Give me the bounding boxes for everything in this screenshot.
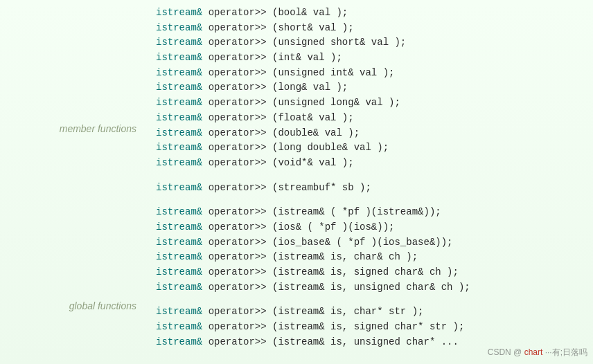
code-line-10: istream& operator>> (long double& val ); bbox=[156, 140, 586, 156]
code-line-8: istream& operator>> (float& val ); bbox=[156, 111, 586, 126]
code-line-13: istream& operator>> (istream& ( *pf )(is… bbox=[156, 205, 586, 220]
code-line-2: istream& operator>> (short& val ); bbox=[156, 21, 586, 36]
code-line-6: istream& operator>> (long& val ); bbox=[156, 80, 586, 95]
code-line-12: istream& operator>> (streambuf* sb ); bbox=[156, 181, 586, 196]
code-line-16: istream& operator>> (istream& is, char& … bbox=[156, 250, 586, 265]
global-functions-label: global functions bbox=[0, 300, 149, 311]
code-line-5: istream& operator>> (unsigned int& val )… bbox=[156, 66, 586, 81]
code-line-21: istream& operator>> (istream& is, unsign… bbox=[156, 335, 586, 350]
member-functions-label: member functions bbox=[0, 123, 149, 134]
code-line-3: istream& operator>> (unsigned short& val… bbox=[156, 35, 586, 51]
code-line-15: istream& operator>> (ios_base& ( *pf )(i… bbox=[156, 235, 586, 251]
code-line-18: istream& operator>> (istream& is, unsign… bbox=[156, 280, 586, 295]
code-line-1: istream& operator>> (bool& val ); bbox=[156, 6, 586, 21]
code-line-11: istream& operator>> (void*& val ); bbox=[156, 156, 586, 171]
code-area: istream& operator>> (bool& val ); istrea… bbox=[149, 0, 593, 355]
spacer-2 bbox=[156, 195, 586, 205]
code-line-9: istream& operator>> (double& val ); bbox=[156, 126, 586, 141]
code-line-20: istream& operator>> (istream& is, signed… bbox=[156, 320, 586, 335]
code-line-17: istream& operator>> (istream& is, signed… bbox=[156, 265, 586, 280]
code-line-19: istream& operator>> (istream& is, char* … bbox=[156, 304, 586, 320]
code-line-7: istream& operator>> (unsigned long& val … bbox=[156, 95, 586, 111]
spacer-1 bbox=[156, 171, 586, 181]
main-container: member functions global functions istrea… bbox=[0, 0, 593, 364]
spacer-3 bbox=[156, 295, 586, 304]
code-line-4: istream& operator>> (int& val ); bbox=[156, 51, 586, 66]
code-line-14: istream& operator>> (ios& ( *pf )(ios&))… bbox=[156, 220, 586, 235]
